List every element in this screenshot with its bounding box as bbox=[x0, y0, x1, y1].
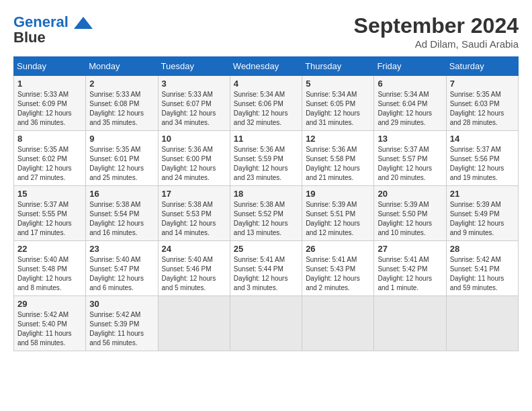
day-number: 7 bbox=[450, 79, 515, 89]
day-info: Sunrise: 5:36 AM Sunset: 5:59 PM Dayligh… bbox=[234, 145, 298, 183]
calendar-cell: 27 Sunrise: 5:41 AM Sunset: 5:42 PM Dayl… bbox=[374, 241, 446, 296]
day-number: 12 bbox=[306, 134, 370, 144]
calendar-cell: 19 Sunrise: 5:39 AM Sunset: 5:51 PM Dayl… bbox=[302, 186, 374, 241]
page-header: General Blue September 2024 Ad Dilam, Sa… bbox=[13, 13, 519, 50]
day-info: Sunrise: 5:42 AM Sunset: 5:39 PM Dayligh… bbox=[89, 310, 154, 348]
day-number: 8 bbox=[17, 134, 82, 144]
day-number: 4 bbox=[234, 79, 298, 89]
day-number: 3 bbox=[162, 79, 226, 89]
calendar-cell: 20 Sunrise: 5:39 AM Sunset: 5:50 PM Dayl… bbox=[374, 186, 446, 241]
day-info: Sunrise: 5:42 AM Sunset: 5:41 PM Dayligh… bbox=[450, 255, 515, 293]
calendar-cell: 14 Sunrise: 5:37 AM Sunset: 5:56 PM Dayl… bbox=[446, 131, 518, 186]
day-number: 15 bbox=[17, 189, 82, 199]
day-info: Sunrise: 5:41 AM Sunset: 5:42 PM Dayligh… bbox=[378, 255, 442, 293]
day-info: Sunrise: 5:37 AM Sunset: 5:57 PM Dayligh… bbox=[378, 145, 442, 183]
logo-blue: Blue bbox=[13, 29, 46, 46]
day-info: Sunrise: 5:38 AM Sunset: 5:54 PM Dayligh… bbox=[89, 200, 154, 238]
day-info: Sunrise: 5:33 AM Sunset: 6:09 PM Dayligh… bbox=[17, 90, 82, 128]
day-number: 21 bbox=[450, 189, 515, 199]
calendar-cell: 18 Sunrise: 5:38 AM Sunset: 5:52 PM Dayl… bbox=[230, 186, 302, 241]
calendar-cell: 11 Sunrise: 5:36 AM Sunset: 5:59 PM Dayl… bbox=[230, 131, 302, 186]
day-number: 20 bbox=[378, 189, 442, 199]
calendar-cell: 9 Sunrise: 5:35 AM Sunset: 6:01 PM Dayli… bbox=[86, 131, 158, 186]
day-number: 26 bbox=[306, 244, 370, 254]
day-info: Sunrise: 5:33 AM Sunset: 6:08 PM Dayligh… bbox=[89, 90, 154, 128]
calendar-cell: 6 Sunrise: 5:34 AM Sunset: 6:04 PM Dayli… bbox=[374, 76, 446, 131]
calendar-cell: 2 Sunrise: 5:33 AM Sunset: 6:08 PM Dayli… bbox=[86, 76, 158, 131]
day-number: 6 bbox=[378, 79, 442, 89]
calendar-cell: 17 Sunrise: 5:38 AM Sunset: 5:53 PM Dayl… bbox=[158, 186, 230, 241]
calendar-week-1: 1 Sunrise: 5:33 AM Sunset: 6:09 PM Dayli… bbox=[14, 76, 519, 131]
calendar-cell: 8 Sunrise: 5:35 AM Sunset: 6:02 PM Dayli… bbox=[14, 131, 86, 186]
day-info: Sunrise: 5:34 AM Sunset: 6:04 PM Dayligh… bbox=[378, 90, 442, 128]
day-number: 25 bbox=[234, 244, 298, 254]
location-title: Ad Dilam, Saudi Arabia bbox=[354, 38, 519, 50]
weekday-tuesday: Tuesday bbox=[158, 57, 230, 76]
day-info: Sunrise: 5:36 AM Sunset: 6:00 PM Dayligh… bbox=[162, 145, 226, 183]
calendar-cell bbox=[302, 296, 374, 351]
calendar-week-3: 15 Sunrise: 5:37 AM Sunset: 5:55 PM Dayl… bbox=[14, 186, 519, 241]
title-area: September 2024 Ad Dilam, Saudi Arabia bbox=[354, 13, 519, 50]
day-number: 9 bbox=[89, 134, 154, 144]
logo-general: General bbox=[13, 13, 69, 30]
day-info: Sunrise: 5:40 AM Sunset: 5:48 PM Dayligh… bbox=[17, 255, 82, 293]
day-number: 13 bbox=[378, 134, 442, 144]
day-number: 17 bbox=[162, 189, 226, 199]
calendar-cell: 13 Sunrise: 5:37 AM Sunset: 5:57 PM Dayl… bbox=[374, 131, 446, 186]
day-number: 1 bbox=[17, 79, 82, 89]
day-number: 11 bbox=[234, 134, 298, 144]
weekday-monday: Monday bbox=[86, 57, 158, 76]
svg-marker-0 bbox=[74, 17, 93, 29]
calendar-cell: 7 Sunrise: 5:35 AM Sunset: 6:03 PM Dayli… bbox=[446, 76, 518, 131]
calendar-cell: 10 Sunrise: 5:36 AM Sunset: 6:00 PM Dayl… bbox=[158, 131, 230, 186]
day-number: 29 bbox=[17, 299, 82, 309]
day-number: 22 bbox=[17, 244, 82, 254]
calendar-cell: 5 Sunrise: 5:34 AM Sunset: 6:05 PM Dayli… bbox=[302, 76, 374, 131]
day-number: 28 bbox=[450, 244, 515, 254]
day-info: Sunrise: 5:39 AM Sunset: 5:50 PM Dayligh… bbox=[378, 200, 442, 238]
day-number: 10 bbox=[162, 134, 226, 144]
day-info: Sunrise: 5:34 AM Sunset: 6:05 PM Dayligh… bbox=[306, 90, 370, 128]
weekday-wednesday: Wednesday bbox=[230, 57, 302, 76]
day-number: 23 bbox=[89, 244, 154, 254]
weekday-thursday: Thursday bbox=[302, 57, 374, 76]
day-number: 18 bbox=[234, 189, 298, 199]
day-info: Sunrise: 5:35 AM Sunset: 6:02 PM Dayligh… bbox=[17, 145, 82, 183]
day-info: Sunrise: 5:33 AM Sunset: 6:07 PM Dayligh… bbox=[162, 90, 226, 128]
calendar-week-2: 8 Sunrise: 5:35 AM Sunset: 6:02 PM Dayli… bbox=[14, 131, 519, 186]
day-info: Sunrise: 5:38 AM Sunset: 5:53 PM Dayligh… bbox=[162, 200, 226, 238]
calendar-cell: 23 Sunrise: 5:40 AM Sunset: 5:47 PM Dayl… bbox=[86, 241, 158, 296]
day-info: Sunrise: 5:40 AM Sunset: 5:47 PM Dayligh… bbox=[89, 255, 154, 293]
day-number: 19 bbox=[306, 189, 370, 199]
calendar-cell: 3 Sunrise: 5:33 AM Sunset: 6:07 PM Dayli… bbox=[158, 76, 230, 131]
calendar-cell bbox=[230, 296, 302, 351]
day-info: Sunrise: 5:38 AM Sunset: 5:52 PM Dayligh… bbox=[234, 200, 298, 238]
day-number: 24 bbox=[162, 244, 226, 254]
calendar-body: 1 Sunrise: 5:33 AM Sunset: 6:09 PM Dayli… bbox=[14, 76, 519, 351]
day-number: 30 bbox=[89, 299, 154, 309]
day-info: Sunrise: 5:35 AM Sunset: 6:01 PM Dayligh… bbox=[89, 145, 154, 183]
day-info: Sunrise: 5:41 AM Sunset: 5:43 PM Dayligh… bbox=[306, 255, 370, 293]
day-number: 16 bbox=[89, 189, 154, 199]
calendar-table: SundayMondayTuesdayWednesdayThursdayFrid… bbox=[13, 56, 519, 351]
calendar-cell: 15 Sunrise: 5:37 AM Sunset: 5:55 PM Dayl… bbox=[14, 186, 86, 241]
calendar-cell: 24 Sunrise: 5:40 AM Sunset: 5:46 PM Dayl… bbox=[158, 241, 230, 296]
calendar-cell: 28 Sunrise: 5:42 AM Sunset: 5:41 PM Dayl… bbox=[446, 241, 518, 296]
calendar-cell: 21 Sunrise: 5:39 AM Sunset: 5:49 PM Dayl… bbox=[446, 186, 518, 241]
day-info: Sunrise: 5:39 AM Sunset: 5:49 PM Dayligh… bbox=[450, 200, 515, 238]
day-number: 2 bbox=[89, 79, 154, 89]
weekday-friday: Friday bbox=[374, 57, 446, 76]
day-info: Sunrise: 5:36 AM Sunset: 5:58 PM Dayligh… bbox=[306, 145, 370, 183]
calendar-cell: 1 Sunrise: 5:33 AM Sunset: 6:09 PM Dayli… bbox=[14, 76, 86, 131]
calendar-cell: 29 Sunrise: 5:42 AM Sunset: 5:40 PM Dayl… bbox=[14, 296, 86, 351]
calendar-cell bbox=[374, 296, 446, 351]
month-title: September 2024 bbox=[354, 13, 519, 38]
day-number: 27 bbox=[378, 244, 442, 254]
day-info: Sunrise: 5:42 AM Sunset: 5:40 PM Dayligh… bbox=[17, 310, 82, 348]
weekday-saturday: Saturday bbox=[446, 57, 518, 76]
day-info: Sunrise: 5:35 AM Sunset: 6:03 PM Dayligh… bbox=[450, 90, 515, 128]
weekday-sunday: Sunday bbox=[14, 57, 86, 76]
calendar-week-5: 29 Sunrise: 5:42 AM Sunset: 5:40 PM Dayl… bbox=[14, 296, 519, 351]
day-info: Sunrise: 5:40 AM Sunset: 5:46 PM Dayligh… bbox=[162, 255, 226, 293]
calendar-cell: 12 Sunrise: 5:36 AM Sunset: 5:58 PM Dayl… bbox=[302, 131, 374, 186]
